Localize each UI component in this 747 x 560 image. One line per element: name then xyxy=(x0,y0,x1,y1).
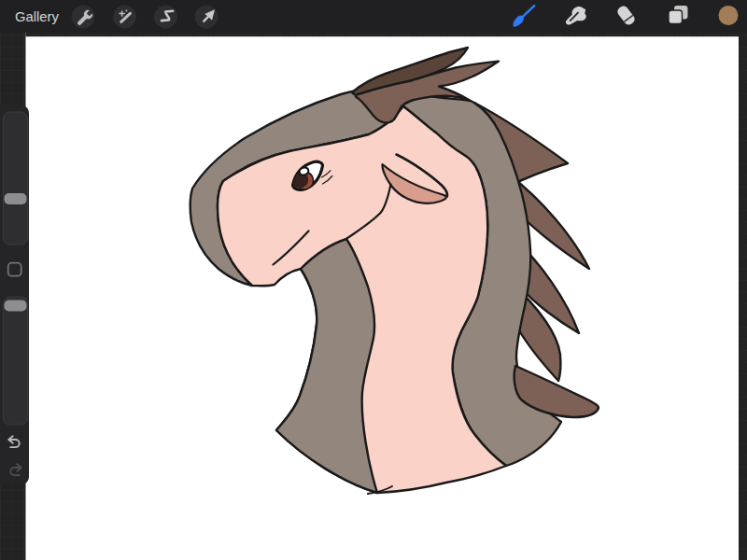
svg-text:Gallery: Gallery xyxy=(15,9,59,24)
